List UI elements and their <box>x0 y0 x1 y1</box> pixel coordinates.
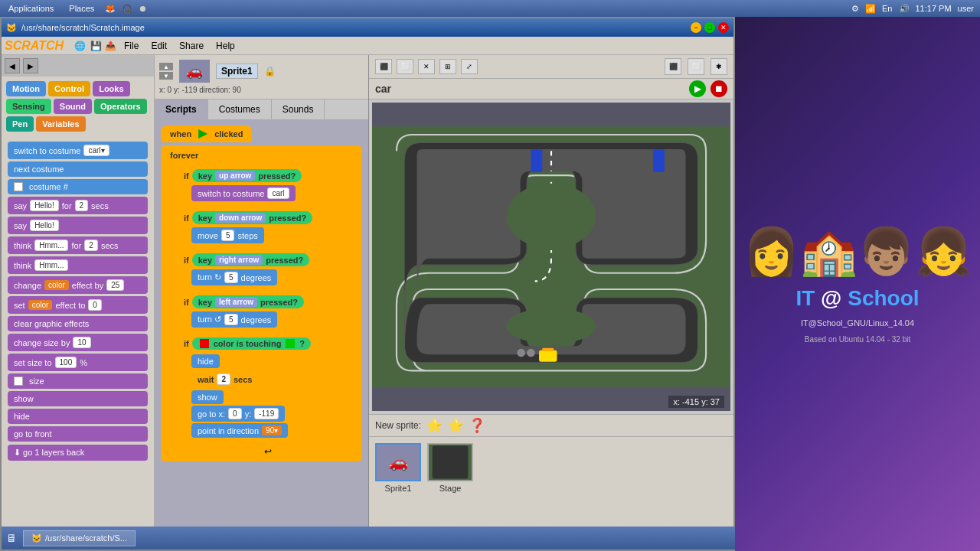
view-btn-2[interactable]: ⬜ <box>397 59 413 74</box>
block-size[interactable]: size <box>8 373 148 389</box>
svg-rect-4 <box>653 149 665 172</box>
taskbar-places[interactable]: Places <box>64 2 99 15</box>
taskbar-scratch-item[interactable]: 🐱 /usr/share/scratch/S... <box>23 530 136 546</box>
maximize-button[interactable]: □ <box>704 22 715 33</box>
taskbar-left: Applications Places 🦊 🎧 ⏺ <box>0 2 851 15</box>
tab-sounds[interactable]: Sounds <box>272 99 325 119</box>
category-variables[interactable]: Variables <box>36 116 85 132</box>
stage-area: ⬛ ⬜ ✕ ⊞ ⤢ ⬛ ⬜ ✱ car ▶ <box>369 55 733 528</box>
stage-btn-2[interactable]: ⬜ <box>688 58 704 75</box>
close-button[interactable]: ✕ <box>718 22 729 33</box>
category-looks[interactable]: Looks <box>93 81 129 96</box>
if-left-arrow[interactable]: if key left arrow pressed? turn ↺ 5 degr… <box>176 291 359 331</box>
block-say[interactable]: say Hello! <box>8 217 148 234</box>
green-flag-button[interactable]: ▶ <box>689 80 706 97</box>
sprite-thumb-sprite1[interactable]: 🚗 Sprite1 <box>375 443 421 493</box>
view-btn-1[interactable]: ⬛ <box>375 59 392 74</box>
if-right-arrow[interactable]: if key right arrow pressed? turn ↻ 5 deg… <box>176 249 359 289</box>
category-motion[interactable]: Motion <box>6 81 46 96</box>
category-operators[interactable]: Operators <box>94 99 147 114</box>
titlebar-title: 🐱 /usr/share/scratch/Scratch.image <box>6 23 145 33</box>
forever-block[interactable]: forever if key up arrow pressed? switch … <box>161 145 362 461</box>
stage-btn-3[interactable]: ✱ <box>710 58 727 75</box>
stamp-sprite-btn[interactable]: ⭐ <box>447 417 464 434</box>
nav-up-btn[interactable]: ▲ <box>159 63 173 70</box>
hat-block-green-flag[interactable]: when clicked <box>161 126 252 142</box>
category-control[interactable]: Control <box>48 81 90 96</box>
block-think[interactable]: think Hmm... <box>8 256 148 274</box>
settings-icon[interactable]: ⚙ <box>851 4 859 14</box>
block-next-costume[interactable]: next costume <box>8 161 148 177</box>
view-btn-5[interactable]: ⤢ <box>461 59 478 74</box>
tab-costumes[interactable]: Costumes <box>208 99 272 119</box>
move-steps-block[interactable]: move 5 steps <box>191 227 264 243</box>
if-down-arrow[interactable]: if key down arrow pressed? move 5 steps <box>176 207 359 246</box>
stage-image[interactable] <box>427 443 473 481</box>
menu-share[interactable]: Share <box>173 38 210 54</box>
turn-left-block[interactable]: turn ↺ 5 degrees <box>191 311 277 328</box>
upload-sprite-btn[interactable]: ❓ <box>469 417 485 434</box>
key-left-pressed[interactable]: key left arrow pressed? <box>192 295 304 308</box>
branding-logo: IT @ School <box>795 286 919 311</box>
turn-right-block[interactable]: turn ↻ 5 degrees <box>191 269 277 285</box>
menu-edit[interactable]: Edit <box>145 38 173 54</box>
volume-icon[interactable]: 🔊 <box>899 4 910 14</box>
category-pen[interactable]: Pen <box>6 116 34 132</box>
block-think-for[interactable]: think Hmm... for 2 secs <box>8 236 148 254</box>
key-down-pressed[interactable]: key down arrow pressed? <box>192 211 312 224</box>
block-clear-effects[interactable]: clear graphic effects <box>8 316 148 331</box>
block-change-effect[interactable]: change color effect by 25 <box>8 276 148 294</box>
view-btn-4[interactable]: ⊞ <box>439 59 456 74</box>
nav-down-btn[interactable]: ▼ <box>159 72 173 80</box>
record-icon: ⏺ <box>139 4 147 13</box>
sprite-name-box[interactable]: Sprite1 <box>216 64 258 79</box>
paint-sprite-btn[interactable]: ⭐ <box>426 417 443 434</box>
stop-button[interactable]: ⏹ <box>710 80 727 97</box>
hide-block[interactable]: hide <box>191 354 220 368</box>
sprite-thumb-stage[interactable]: Stage <box>427 443 473 493</box>
menu-file[interactable]: File <box>118 38 145 54</box>
goto-xy-block[interactable]: go to x: 0 y: -119 <box>191 406 285 422</box>
block-set-effect[interactable]: set color effect to 0 <box>8 296 148 314</box>
export-icon[interactable]: 📤 <box>105 41 116 51</box>
category-sensing[interactable]: Sensing <box>6 99 51 114</box>
block-set-size[interactable]: set size to 100 % <box>8 354 148 371</box>
stage-canvas[interactable]: x: -415 y: 37 <box>372 103 730 411</box>
system-taskbar: Applications Places 🦊 🎧 ⏺ ⚙ 📶 En 🔊 11:17… <box>0 0 980 17</box>
stage-header-mid: ⬛ ⬜ ✱ <box>665 58 727 75</box>
firefox-icon[interactable]: 🦊 <box>105 4 116 14</box>
minimize-button[interactable]: − <box>691 22 701 33</box>
arrow-left-btn[interactable]: ◀ <box>5 58 20 73</box>
point-direction-block[interactable]: point in direction 90▾ <box>191 423 288 438</box>
taskbar-apps[interactable]: Applications <box>4 2 58 15</box>
category-sound[interactable]: Sound <box>54 99 92 114</box>
sprite1-image[interactable]: 🚗 <box>375 443 421 481</box>
wait-block[interactable]: wait 2 secs <box>191 370 258 388</box>
save-icon[interactable]: 💾 <box>90 41 102 51</box>
tab-scripts[interactable]: Scripts <box>155 99 208 119</box>
block-go-front[interactable]: go to front <box>8 426 148 442</box>
stage-name: car <box>375 83 391 95</box>
arrow-right-btn[interactable]: ▶ <box>23 58 38 73</box>
view-btn-3[interactable]: ✕ <box>418 59 435 74</box>
stage-btn-1[interactable]: ⬛ <box>665 58 681 75</box>
globe-icon[interactable]: 🌐 <box>74 41 86 51</box>
block-go-back[interactable]: ⬇ go 1 layers back <box>8 445 148 461</box>
clock: 11:17 PM <box>916 4 952 13</box>
block-say-for[interactable]: say Hello! for 2 secs <box>8 197 148 214</box>
block-show[interactable]: show <box>8 391 148 406</box>
show-block[interactable]: show <box>191 390 224 404</box>
scratch-taskbar-icon: 🐱 <box>31 533 42 543</box>
headphones-icon: 🎧 <box>122 4 132 14</box>
color-touching-condition[interactable]: color is touching ? <box>192 337 311 350</box>
block-hide[interactable]: hide <box>8 409 148 424</box>
block-change-size[interactable]: change size by 10 <box>8 334 148 351</box>
key-pressed-condition[interactable]: key up arrow pressed? <box>192 169 302 182</box>
menu-help[interactable]: Help <box>210 38 241 54</box>
block-costume-num[interactable]: costume # <box>8 179 148 194</box>
if-color-touching[interactable]: if color is touching ? hide wait 2 secs <box>176 333 359 442</box>
switch-costume-block[interactable]: switch to costume carl <box>191 185 296 201</box>
if-up-arrow[interactable]: if key up arrow pressed? switch to costu… <box>176 165 359 204</box>
block-switch-costume[interactable]: switch to costume carl▾ <box>8 142 148 159</box>
key-right-pressed[interactable]: key right arrow pressed? <box>192 253 310 266</box>
